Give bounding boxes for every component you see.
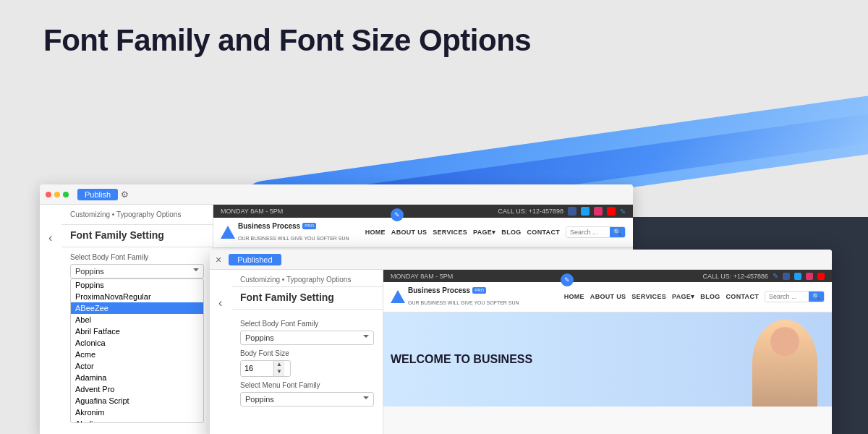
front-menu-font-select[interactable]: Poppins <box>240 392 374 407</box>
font-list[interactable]: Poppins ProximaNovaRegular ABeeZee Abel … <box>70 278 204 423</box>
font-list-item[interactable]: Poppins <box>71 279 203 291</box>
instagram-icon[interactable] <box>594 207 603 216</box>
front-instagram-icon[interactable] <box>806 273 813 280</box>
breadcrumb: Customizing • Typography Options <box>61 205 213 225</box>
front-search-button[interactable]: 🔍 <box>809 292 824 302</box>
font-list-item[interactable]: Acme <box>71 349 203 360</box>
font-list-item[interactable]: Aladin <box>71 418 203 423</box>
preview-navbar: Business Process PRO OUR BUSINESS WILL G… <box>213 218 633 248</box>
front-nav-blog[interactable]: BLOG <box>700 293 720 300</box>
logo-pro: PRO <box>302 223 316 229</box>
published-button[interactable]: Published <box>229 254 281 265</box>
front-breadcrumb: Customizing • Typography Options <box>231 270 383 287</box>
front-menu-font-label: Select Menu Font Family <box>240 381 374 389</box>
panel-front-topbar: × Published <box>210 250 832 270</box>
front-logo-text: Business Process PRO OUR BUSINESS WILL G… <box>408 286 519 307</box>
select-body-font-label: Select Body Font Family <box>70 253 204 261</box>
panel-front-sidebar: ‹ Customizing • Typography Options Font … <box>210 270 383 434</box>
dot-yellow <box>54 192 60 197</box>
font-list-item[interactable]: Akronim <box>71 407 203 418</box>
front-facebook-icon[interactable] <box>783 273 790 280</box>
size-arrows: ▲ ▼ <box>273 361 284 376</box>
font-size-input[interactable] <box>241 362 273 375</box>
back-arrow-front[interactable]: ‹ <box>218 297 222 310</box>
panel-back-sidebar: ‹ Customizing • Typography Options Font … <box>40 205 213 434</box>
body-font-select[interactable]: Poppins <box>70 264 204 278</box>
dot-green <box>63 192 69 197</box>
font-list-item[interactable]: Aguafina Script <box>71 395 203 407</box>
front-search-input[interactable] <box>765 292 809 302</box>
front-font-size-label: Body Font Size <box>240 349 374 357</box>
font-size-input-wrap: ▲ ▼ <box>240 360 291 377</box>
nav-services[interactable]: SERVICES <box>433 229 467 236</box>
front-topbar-hours: MONDAY 8AM - 5PM <box>391 273 453 280</box>
nav-about[interactable]: ABOUT US <box>391 229 427 236</box>
font-list-item[interactable]: Adamina <box>71 372 203 383</box>
youtube-icon[interactable] <box>607 207 616 216</box>
font-list-item[interactable]: Advent Pro <box>71 383 203 395</box>
front-logo-text-main: Business Process <box>408 286 470 294</box>
panel-back-topbar: Publish ⚙ <box>40 184 633 205</box>
front-nav-contact[interactable]: CONTACT <box>726 293 759 300</box>
font-list-item[interactable]: ProximaNovaRegular <box>71 291 203 302</box>
front-nav-home[interactable]: HOME <box>564 293 584 300</box>
front-search-box[interactable]: 🔍 <box>765 291 825 302</box>
logo-text-sub: OUR BUSINESS WILL GIVE YOU SOFTER SUN <box>238 236 349 241</box>
font-list-item[interactable]: Aclonica <box>71 337 203 349</box>
edit-logo-icon[interactable]: ✎ <box>391 208 404 221</box>
sidebar-title: Font Family Setting <box>61 225 213 247</box>
twitter-icon[interactable] <box>581 207 590 216</box>
preview-topbar: MONDAY 8AM - 5PM CALL US: +12-457898 ✎ <box>213 205 633 218</box>
page-heading: Font Family and Font Size Options <box>43 23 531 58</box>
front-logo-text-sub: OUR BUSINESS WILL GIVE YOU SOFTER SUN <box>408 300 519 305</box>
front-hero-title: WELCOME TO BUSINESS <box>391 352 532 366</box>
sidebar-section: Select Body Font Family Poppins Poppins … <box>61 247 213 429</box>
front-nav-services[interactable]: SERVICES <box>631 293 666 300</box>
logo-triangle <box>221 226 235 239</box>
search-box[interactable]: 🔍 <box>566 226 626 238</box>
edit-topbar-front-icon[interactable]: ✎ <box>773 272 778 280</box>
front-topbar: MONDAY 8AM - 5PM CALL US: +12-457886 ✎ <box>383 270 832 282</box>
dot-red <box>46 192 51 197</box>
close-icon[interactable]: × <box>216 254 221 265</box>
edit-topbar-icon[interactable]: ✎ <box>620 208 626 216</box>
font-list-item[interactable]: Abel <box>71 314 203 326</box>
front-logo-pro: PRO <box>472 287 486 294</box>
front-twitter-icon[interactable] <box>794 273 801 280</box>
front-edit-logo-icon[interactable]: ✎ <box>561 273 574 286</box>
nav-links: HOME ABOUT US SERVICES PAGE▾ BLOG CONTAC… <box>365 226 626 238</box>
panel-front: × Published ‹ Customizing • Typography O… <box>210 250 832 434</box>
front-body-font-label: Select Body Font Family <box>240 320 374 328</box>
logo-text-wrap: Business Process PRO OUR BUSINESS WILL G… <box>238 222 349 243</box>
front-nav-page[interactable]: PAGE▾ <box>672 293 694 300</box>
gear-icon[interactable]: ⚙ <box>121 190 129 200</box>
front-sidebar-title: Font Family Setting <box>231 287 383 310</box>
size-up-arrow[interactable]: ▲ <box>274 361 284 368</box>
nav-blog[interactable]: BLOG <box>501 229 521 236</box>
front-logo-triangle <box>391 290 405 303</box>
front-youtube-icon[interactable] <box>817 273 825 280</box>
front-topbar-phone: CALL US: +12-457886 <box>703 273 768 280</box>
publish-button[interactable]: Publish <box>77 189 118 200</box>
front-nav-about[interactable]: ABOUT US <box>590 293 626 300</box>
nav-page[interactable]: PAGE▾ <box>473 229 495 236</box>
logo-text-main: Business Process <box>238 222 300 230</box>
front-hero: WELCOME TO BUSINESS <box>383 312 832 407</box>
front-hero-text: WELCOME TO BUSINESS <box>391 352 532 366</box>
facebook-icon[interactable] <box>568 207 576 216</box>
font-list-item[interactable]: Actor <box>71 360 203 372</box>
front-body-font-select[interactable]: Poppins <box>240 331 374 345</box>
search-button[interactable]: 🔍 <box>610 227 625 237</box>
front-logo: Business Process PRO OUR BUSINESS WILL G… <box>391 286 519 307</box>
front-nav-links: HOME ABOUT US SERVICES PAGE▾ BLOG CONTAC… <box>564 291 825 302</box>
back-arrow[interactable]: ‹ <box>48 231 52 244</box>
font-list-item[interactable]: Abril Fatface <box>71 326 203 337</box>
search-input[interactable] <box>566 227 610 237</box>
front-hero-person-image <box>752 320 817 407</box>
nav-home[interactable]: HOME <box>365 229 386 236</box>
size-down-arrow[interactable]: ▼ <box>274 368 284 375</box>
topbar-right: CALL US: +12-457898 ✎ <box>498 207 626 216</box>
nav-contact[interactable]: CONTACT <box>527 229 560 236</box>
font-list-item-selected[interactable]: ABeeZee <box>71 302 203 314</box>
front-sidebar-body: Select Body Font Family Poppins Body Fon… <box>231 310 383 412</box>
